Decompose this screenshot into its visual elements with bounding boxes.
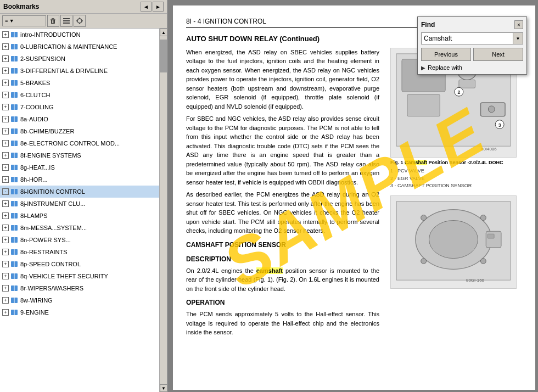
book-icon bbox=[10, 128, 18, 135]
bookmark-power[interactable]: + 8n-POWER SYS... bbox=[0, 234, 159, 246]
bookmark-engine-sys[interactable]: + 8f-ENGINE SYSTEMS bbox=[0, 149, 159, 161]
sidebar: Bookmarks ◄ ► ≡ ▼ 🗑 + intro-INTRODUCTION… bbox=[0, 0, 167, 392]
bookmark-engine[interactable]: + 9-ENGINE bbox=[0, 306, 159, 318]
expand-icon: + bbox=[2, 152, 9, 159]
find-header: Find × bbox=[421, 20, 523, 29]
bookmark-label: 8l-LAMPS bbox=[20, 211, 48, 221]
bookmark-differential[interactable]: + 3-DIFFERENTIAL & DRIVELINE bbox=[0, 65, 159, 77]
bookmark-intro[interactable]: + intro-INTRODUCTION bbox=[0, 29, 159, 41]
doc-left-col: When energized, the ASD relay on SBEC ve… bbox=[186, 48, 379, 340]
bookmark-hor[interactable]: + 8h-HOR... bbox=[0, 173, 159, 186]
expand-icon: + bbox=[2, 212, 9, 219]
book-icon bbox=[10, 212, 18, 219]
find-search-input[interactable] bbox=[421, 32, 513, 44]
settings-button-2[interactable] bbox=[74, 15, 86, 27]
expand-icon: + bbox=[2, 285, 9, 292]
expand-icon: + bbox=[2, 140, 9, 147]
bookmark-label: 8r-WIPERS/WASHERS bbox=[20, 283, 83, 293]
book-icon bbox=[10, 80, 18, 86]
bookmark-speed[interactable]: + 8p-SPEED CONTROL bbox=[0, 258, 159, 270]
doc-para-3: As described earlier, the PCM energizes … bbox=[186, 190, 379, 236]
bookmark-intro-label: intro-INTRODUCTION bbox=[20, 30, 80, 40]
replace-row: ▶ Replace with bbox=[421, 64, 523, 71]
bookmark-chime[interactable]: + 8b-CHIME/BUZZER bbox=[0, 125, 159, 137]
expand-icon: + bbox=[2, 200, 9, 207]
expand-icon: + bbox=[2, 237, 9, 243]
bookmark-restraints[interactable]: + 8o-RESTRAINTS bbox=[0, 246, 159, 258]
svg-rect-79 bbox=[487, 234, 494, 238]
svg-rect-58 bbox=[407, 94, 440, 116]
sidebar-nav-back[interactable]: ◄ bbox=[141, 2, 152, 12]
doc-header-left: 8I - 4 IGNITION CONTROL bbox=[186, 16, 266, 26]
bookmark-label: 8m-MESSA...SYSTEM... bbox=[20, 223, 87, 233]
svg-text:80I4086: 80I4086 bbox=[481, 147, 497, 152]
expand-icon: + bbox=[2, 176, 9, 183]
find-input-row: ▼ bbox=[421, 32, 523, 44]
book-icon bbox=[10, 261, 18, 267]
operation-title: OPERATION bbox=[186, 298, 379, 307]
bookmark-suspension[interactable]: + 2-SUSPENSION bbox=[0, 53, 159, 65]
bookmark-brakes[interactable]: + 5-BRAKES bbox=[0, 77, 159, 89]
delete-button[interactable]: 🗑 bbox=[47, 15, 59, 27]
description-text: On 2.0/2.4L engines the camshaft positio… bbox=[186, 266, 379, 294]
figure-1-legend-2: 2 - EGR VALVE bbox=[390, 175, 522, 183]
svg-rect-78 bbox=[486, 231, 501, 248]
book-icon bbox=[10, 68, 18, 74]
bookmark-label: 8h-HOR... bbox=[20, 175, 48, 184]
bookmark-wiring[interactable]: + 8w-WIRING bbox=[0, 294, 159, 306]
bookmark-message[interactable]: + 8m-MESSA...SYSTEM... bbox=[0, 222, 159, 234]
settings-button-1[interactable] bbox=[60, 15, 72, 27]
sidebar-nav-forward[interactable]: ► bbox=[153, 2, 164, 12]
book-icon bbox=[10, 55, 18, 62]
find-close-button[interactable]: × bbox=[514, 20, 523, 29]
svg-point-75 bbox=[480, 215, 486, 220]
bookmark-lamps[interactable]: + 8l-LAMPS bbox=[0, 210, 159, 222]
scroll-up-arrow[interactable]: ▲ bbox=[160, 29, 167, 36]
scroll-down-arrow[interactable]: ▼ bbox=[160, 384, 167, 392]
expand-icon: + bbox=[2, 164, 9, 171]
camshaft-section-title: CAMSHAFT POSITION SENSOR bbox=[186, 240, 379, 250]
book-icon bbox=[10, 152, 18, 159]
bookmark-theft[interactable]: + 8q-VEHICLE THEFT SECURITY bbox=[0, 270, 159, 282]
expand-icon: + bbox=[2, 92, 9, 98]
bookmark-audio[interactable]: + 8a-AUDIO bbox=[0, 113, 159, 125]
svg-rect-2 bbox=[63, 23, 70, 24]
svg-rect-1 bbox=[63, 20, 70, 21]
view-dropdown[interactable]: ≡ ▼ bbox=[2, 15, 46, 26]
bookmark-heat[interactable]: + 8g-HEAT...IS bbox=[0, 161, 159, 173]
bookmark-wipers[interactable]: + 8r-WIPERS/WASHERS bbox=[0, 282, 159, 294]
bookmark-list: + intro-INTRODUCTION + 0-LUBRICATION & M… bbox=[0, 29, 159, 392]
camshaft-fig-highlight: Camshaft bbox=[405, 160, 427, 165]
expand-icon: + bbox=[2, 273, 9, 279]
bookmark-label: 8f-ENGINE SYSTEMS bbox=[20, 150, 81, 160]
svg-point-73 bbox=[429, 220, 478, 258]
bookmark-cooling[interactable]: + 7-COOLING bbox=[0, 101, 159, 113]
svg-text:2: 2 bbox=[457, 89, 460, 95]
book-icon bbox=[10, 237, 18, 243]
sidebar-title: Bookmarks bbox=[3, 3, 39, 10]
book-icon bbox=[10, 176, 18, 183]
expand-icon: + bbox=[2, 261, 9, 267]
expand-icon: + bbox=[2, 249, 9, 255]
find-dropdown-button[interactable]: ▼ bbox=[513, 32, 523, 44]
expand-icon: + bbox=[2, 297, 9, 304]
bookmark-instrument[interactable]: + 8j-INSTRUMENT CLU... bbox=[0, 198, 159, 210]
svg-rect-61 bbox=[459, 80, 475, 88]
bookmark-ecm[interactable]: + 8e-ELECTRONIC CONTROL MOD... bbox=[0, 137, 159, 149]
previous-button[interactable]: Previous bbox=[421, 48, 471, 61]
svg-text:3: 3 bbox=[498, 122, 501, 127]
book-icon bbox=[10, 225, 18, 231]
sidebar-header: Bookmarks ◄ ► bbox=[0, 0, 167, 14]
bookmark-ignition[interactable]: - 8i-IGNITION CONTROL bbox=[0, 186, 159, 198]
bookmark-label: 8g-HEAT...IS bbox=[20, 163, 55, 172]
expand-icon: - bbox=[2, 188, 9, 195]
next-button[interactable]: Next bbox=[473, 48, 523, 61]
bookmark-clutch[interactable]: + 6-CLUTCH bbox=[0, 89, 159, 101]
expand-icon: + bbox=[2, 31, 9, 38]
book-icon bbox=[10, 297, 18, 304]
sidebar-toolbar: ≡ ▼ 🗑 bbox=[0, 14, 167, 29]
bookmark-label: 7-COOLING bbox=[20, 102, 54, 112]
svg-text:80GI-160: 80GI-160 bbox=[466, 278, 485, 283]
scroll-thumb[interactable] bbox=[160, 40, 167, 72]
bookmark-lubrication[interactable]: + 0-LUBRICATION & MAINTENANCE bbox=[0, 41, 159, 53]
